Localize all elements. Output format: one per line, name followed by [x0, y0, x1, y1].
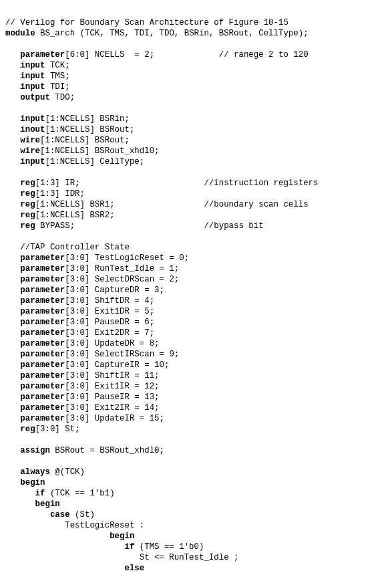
code-text: [3:0] Exit1DR = 5;: [65, 307, 154, 316]
keyword-parameter: parameter: [5, 307, 65, 316]
keyword-reg: reg: [5, 189, 35, 199]
keyword-inout: inout: [5, 125, 45, 134]
keyword-parameter: parameter: [5, 285, 65, 295]
code-text: [3:0] CaptureIR = 10;: [65, 360, 169, 370]
keyword-input: input: [5, 82, 45, 92]
keyword-input: input: [5, 72, 45, 81]
code-text: [3:0] Exit1IR = 12;: [65, 382, 159, 391]
code-text: [3:0] Exit2IR = 14;: [65, 403, 159, 413]
keyword-begin: begin: [5, 478, 45, 487]
code-text: BS_arch (TCK, TMS, TDI, TDO, BSRin, BSRo…: [35, 29, 309, 38]
keyword-parameter: parameter: [5, 392, 65, 402]
code-text: TCK;: [45, 61, 70, 70]
code-text: [3:0] SelectDRScan = 2;: [65, 275, 179, 284]
keyword-parameter: parameter: [5, 339, 65, 348]
code-text: [3:0] SelectIRScan = 9;: [65, 350, 179, 359]
code-text: BYPASS; //bypass bit: [35, 221, 264, 231]
keyword-parameter: parameter: [5, 350, 65, 359]
keyword-begin: begin: [5, 499, 60, 509]
keyword-parameter: parameter: [5, 403, 65, 413]
keyword-input: input: [5, 61, 45, 70]
keyword-parameter: parameter: [5, 275, 65, 284]
keyword-else: else: [5, 564, 144, 573]
code-text: [3:0] UpdateDR = 8;: [65, 339, 159, 348]
keyword-parameter: parameter: [5, 371, 65, 380]
code-text: BSRout = BSRout_xhdl0;: [50, 446, 164, 455]
code-text: [3:0] ShiftDR = 4;: [65, 296, 154, 306]
keyword-reg: reg: [5, 211, 35, 220]
keyword-if: if: [5, 489, 45, 498]
keyword-parameter: parameter: [5, 382, 65, 391]
keyword-reg: reg: [5, 425, 35, 434]
code-text: [1:NCELLS] BSR1; //boundary scan cells: [35, 200, 309, 209]
keyword-if: if: [5, 542, 134, 552]
code-text: [1:NCELLS] CellType;: [45, 157, 145, 166]
keyword-always: always: [5, 467, 50, 477]
keyword-module: module: [5, 29, 35, 38]
keyword-input: input: [5, 157, 45, 166]
code-line: // Verilog for Boundary Scan Architectur…: [5, 18, 288, 27]
keyword-parameter: parameter: [5, 264, 65, 273]
keyword-wire: wire: [5, 146, 40, 156]
code-text: [1:NCELLS] BSRout_xhdl0;: [40, 146, 159, 156]
keyword-parameter: parameter: [5, 253, 65, 263]
keyword-parameter: parameter: [5, 318, 65, 327]
code-text: TMS;: [45, 72, 70, 81]
keyword-begin: begin: [5, 532, 134, 541]
code-text: [3:0] UpdateIR = 15;: [65, 414, 164, 423]
code-text: [3:0] Exit2DR = 7;: [65, 328, 154, 338]
code-text: (St): [70, 510, 95, 520]
code-text: [3:0] PauseDR = 6;: [65, 318, 154, 327]
keyword-wire: wire: [5, 136, 40, 145]
code-listing: // Verilog for Boundary Scan Architectur…: [0, 0, 392, 575]
code-text: [1:NCELLS] BSR2;: [35, 211, 115, 220]
keyword-output: output: [5, 93, 50, 102]
code-text: [3:0] St;: [35, 425, 80, 434]
keyword-input: input: [5, 114, 45, 124]
code-text: [1:NCELLS] BSRout;: [45, 125, 135, 134]
code-text: [3:0] RunTest_Idle = 1;: [65, 264, 179, 273]
code-text: [3:0] CaptureDR = 3;: [65, 285, 164, 295]
code-text: [1:NCELLS] BSRout;: [40, 136, 130, 145]
code-text: St <= RunTest_Idle ;: [5, 553, 238, 562]
keyword-case: case: [5, 510, 70, 520]
code-text: [3:0] ShiftIR = 11;: [65, 371, 159, 380]
code-text: TDO;: [50, 93, 75, 102]
keyword-parameter: parameter: [5, 296, 65, 306]
keyword-parameter: parameter: [5, 360, 65, 370]
keyword-assign: assign: [5, 446, 50, 455]
keyword-parameter: parameter: [5, 414, 65, 423]
keyword-parameter: parameter: [5, 50, 65, 60]
code-text: [1:NCELLS] BSRin;: [45, 114, 130, 124]
code-text: (TMS == 1'b0): [134, 542, 204, 552]
code-text: @(TCK): [50, 467, 85, 477]
code-text: TDI;: [45, 82, 70, 92]
comment-line: //TAP Controller State: [5, 243, 130, 252]
keyword-reg: reg: [5, 179, 35, 188]
code-text: [1:3] IDR;: [35, 189, 85, 199]
code-text: [1:3] IR; //instruction registers: [35, 179, 319, 188]
keyword-reg: reg: [5, 221, 35, 231]
keyword-parameter: parameter: [5, 328, 65, 338]
keyword-reg: reg: [5, 200, 35, 209]
code-text: (TCK == 1'b1): [45, 489, 115, 498]
code-text: TestLogicReset :: [5, 521, 144, 530]
code-text: [3:0] PauseIR = 13;: [65, 392, 159, 402]
code-text: [3:0] TestLogicReset = 0;: [65, 253, 189, 263]
code-text: [6:0] NCELLS = 2; // ranege 2 to 120: [65, 50, 308, 60]
